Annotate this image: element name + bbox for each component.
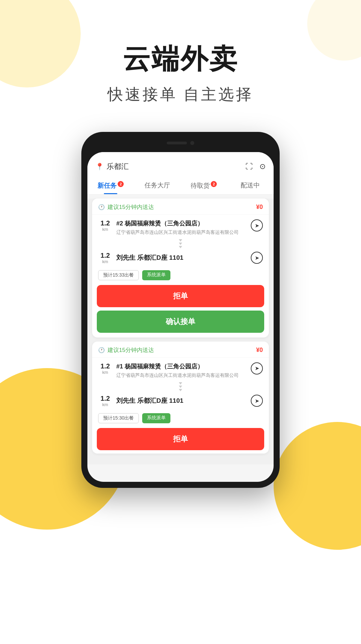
order-2-pickup-distance: 1.2 km bbox=[98, 362, 112, 375]
phone-notch bbox=[154, 138, 207, 148]
app-subtitle: 快速接单 自主选择 bbox=[0, 84, 361, 105]
order-2-customer-name: 刘先生 乐都汇D座 1101 bbox=[116, 396, 247, 405]
phone-frame: 📍 乐都汇 ⛶ ⊙ 新任务2 任务大厅 待取货2 bbox=[81, 132, 280, 488]
order-2-restaurant-address: 辽宁省葫芦岛市连山区兴工街道水泥街葫芦岛客运有限公司 bbox=[116, 372, 247, 379]
arrow-down-2 bbox=[179, 243, 182, 245]
order-2-tag-system: 系统派单 bbox=[142, 413, 170, 423]
tab-task-hall[interactable]: 任务大厅 bbox=[134, 176, 181, 194]
order-1-price: ¥0 bbox=[256, 204, 263, 211]
arrow-down-6 bbox=[179, 389, 182, 391]
tab-new-tasks-label: 新任务 bbox=[97, 182, 117, 189]
order-1-pickup-nav-icon[interactable]: ➤ bbox=[251, 219, 263, 231]
order-1-header-left: 🕐 建议15分钟内送达 bbox=[98, 203, 154, 211]
arrow-down-4 bbox=[179, 382, 182, 385]
clock-icon-1: 🕐 bbox=[98, 204, 105, 210]
phone-notch-bar bbox=[87, 138, 274, 152]
notch-speaker bbox=[167, 142, 187, 144]
location-name: 乐都汇 bbox=[107, 162, 129, 172]
order-1-delivery-row: 1.2 km 刘先生 乐都汇D座 1101 ➤ bbox=[92, 250, 269, 269]
order-2-header-left: 🕐 建议15分钟内送达 bbox=[98, 346, 154, 354]
arrow-down-5 bbox=[179, 386, 182, 388]
order-1-pickup-distance: 1.2 km bbox=[98, 219, 112, 232]
tab-pending-pickup[interactable]: 待取货2 bbox=[180, 176, 227, 194]
order-2-suggestion: 建议15分钟内送达 bbox=[108, 346, 154, 354]
order-1-reject-button[interactable]: 拒单 bbox=[97, 285, 264, 307]
order-2-delivery-nav-icon[interactable]: ➤ bbox=[251, 395, 263, 407]
tab-pending-pickup-label: 待取货 bbox=[191, 182, 210, 189]
order-1-pickup-info: #2 杨国福麻辣烫（三角公园店） 辽宁省葫芦岛市连山区兴工街道水泥街葫芦岛客运有… bbox=[116, 219, 247, 236]
target-icon[interactable]: ⊙ bbox=[259, 162, 266, 171]
arrow-down-1 bbox=[179, 239, 182, 242]
order-2-price: ¥0 bbox=[256, 347, 263, 354]
header-section: 云端外卖 快速接单 自主选择 bbox=[0, 0, 361, 125]
order-2-pickup-nav-icon[interactable]: ➤ bbox=[251, 362, 263, 374]
order-1-tag-time: 预计15:33出餐 bbox=[98, 270, 139, 280]
app-title: 云端外卖 bbox=[0, 44, 361, 74]
order-2-delivery-row: 1.2 km 刘先生 乐都汇D座 1101 ➤ bbox=[92, 393, 269, 412]
order-1-tag-system: 系统派单 bbox=[142, 270, 170, 280]
location-left: 📍 乐都汇 bbox=[95, 162, 129, 172]
order-2-pickup-row: 1.2 km #1 杨国福麻辣烫（三角公园店） 辽宁省葫芦岛市连山区兴工街道水泥… bbox=[92, 358, 269, 381]
order-2-pickup-info: #1 杨国福麻辣烫（三角公园店） 辽宁省葫芦岛市连山区兴工街道水泥街葫芦岛客运有… bbox=[116, 362, 247, 379]
tab-new-tasks[interactable]: 新任务2 bbox=[87, 176, 134, 194]
tab-delivering-label: 配送中 bbox=[241, 182, 260, 189]
bottom-space bbox=[87, 458, 274, 464]
phone-wrapper: 📍 乐都汇 ⛶ ⊙ 新任务2 任务大厅 待取货2 bbox=[0, 125, 361, 488]
location-pin-icon: 📍 bbox=[95, 163, 104, 171]
location-right: ⛶ ⊙ bbox=[245, 162, 266, 171]
location-bar: 📍 乐都汇 ⛶ ⊙ bbox=[95, 157, 266, 176]
phone-screen: 📍 乐都汇 ⛶ ⊙ 新任务2 任务大厅 待取货2 bbox=[87, 152, 274, 482]
order-1-delivery-distance: 1.2 km bbox=[98, 252, 112, 264]
order-1-pickup-row: 1.2 km #2 杨国福麻辣烫（三角公园店） 辽宁省葫芦岛市连山区兴工街道水泥… bbox=[92, 215, 269, 238]
tab-new-tasks-badge: 2 bbox=[118, 181, 124, 187]
order-2-delivery-distance: 1.2 km bbox=[98, 395, 112, 407]
order-card-2: 🕐 建议15分钟内送达 ¥0 1.2 km #1 杨国福麻辣烫（三角公园店） bbox=[92, 342, 269, 454]
expand-icon[interactable]: ⛶ bbox=[245, 162, 253, 171]
notch-camera bbox=[190, 141, 194, 145]
tab-delivering[interactable]: 配送中 bbox=[227, 176, 274, 194]
order-1-accept-button[interactable]: 确认接单 bbox=[97, 311, 264, 333]
order-1-suggestion: 建议15分钟内送达 bbox=[108, 203, 154, 211]
order-2-divider bbox=[92, 381, 269, 393]
order-1-divider bbox=[92, 238, 269, 250]
order-2-tag-time: 预计15:30出餐 bbox=[98, 413, 139, 423]
orders-container: 🕐 建议15分钟内送达 ¥0 1.2 km #2 杨国福麻辣烫（三角公园店） bbox=[87, 199, 274, 464]
order-1-delivery-nav-icon[interactable]: ➤ bbox=[251, 252, 263, 264]
order-card-1: 🕐 建议15分钟内送达 ¥0 1.2 km #2 杨国福麻辣烫（三角公园店） bbox=[92, 199, 269, 337]
order-1-customer-name: 刘先生 乐都汇D座 1101 bbox=[116, 253, 247, 262]
order-1-tags: 预计15:33出餐 系统派单 bbox=[92, 269, 269, 285]
tab-pending-pickup-badge: 2 bbox=[211, 181, 217, 187]
tab-task-hall-label: 任务大厅 bbox=[145, 182, 170, 189]
order-2-tags: 预计15:30出餐 系统派单 bbox=[92, 412, 269, 428]
order-1-header: 🕐 建议15分钟内送达 ¥0 bbox=[92, 199, 269, 215]
screen-top-bar: 📍 乐都汇 ⛶ ⊙ bbox=[87, 152, 274, 176]
order-1-restaurant-name: #2 杨国福麻辣烫（三角公园店） bbox=[116, 219, 247, 228]
arrow-down-3 bbox=[179, 246, 182, 248]
order-2-restaurant-name: #1 杨国福麻辣烫（三角公园店） bbox=[116, 362, 247, 371]
order-2-header: 🕐 建议15分钟内送达 ¥0 bbox=[92, 342, 269, 358]
order-2-reject-button[interactable]: 拒单 bbox=[97, 428, 264, 450]
order-1-restaurant-address: 辽宁省葫芦岛市连山区兴工街道水泥街葫芦岛客运有限公司 bbox=[116, 229, 247, 236]
tabs-bar: 新任务2 任务大厅 待取货2 配送中 bbox=[87, 176, 274, 194]
clock-icon-2: 🕐 bbox=[98, 347, 105, 353]
